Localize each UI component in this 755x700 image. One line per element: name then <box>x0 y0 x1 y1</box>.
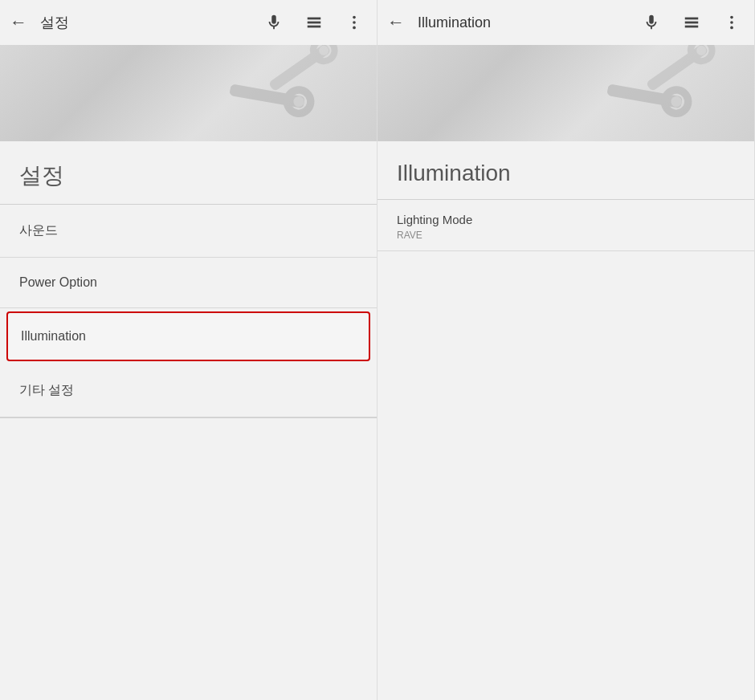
svg-point-4 <box>353 21 356 24</box>
left-topbar-icons <box>261 10 367 35</box>
left-topbar-left: ← 설정 <box>10 12 261 33</box>
menu-item-power[interactable]: Power Option <box>0 258 377 308</box>
detail-item-value: RAVE <box>397 230 735 241</box>
left-back-button[interactable]: ← <box>10 12 27 33</box>
svg-rect-13 <box>685 18 699 20</box>
svg-rect-15 <box>685 26 699 28</box>
svg-rect-2 <box>308 26 321 28</box>
right-section-title: Illumination <box>378 141 754 199</box>
detail-item-label: Lighting Mode <box>397 213 735 226</box>
svg-point-3 <box>353 16 356 19</box>
svg-rect-0 <box>308 18 321 20</box>
right-back-button[interactable]: ← <box>387 12 405 33</box>
menu-item-sound[interactable]: 사운드 <box>0 205 377 258</box>
right-more-button[interactable] <box>719 10 745 35</box>
menu-item-illumination[interactable]: Illumination <box>6 311 370 361</box>
left-topbar: ← 설정 <box>0 0 377 45</box>
left-more-button[interactable] <box>341 10 367 35</box>
detail-item-lighting-mode[interactable]: Lighting Mode RAVE <box>378 200 754 251</box>
right-content: Illumination Lighting Mode RAVE <box>378 141 754 700</box>
left-header-image <box>0 45 377 141</box>
left-section-title: 설정 <box>0 141 377 204</box>
svg-point-17 <box>730 21 733 24</box>
svg-point-18 <box>730 26 733 30</box>
right-panel: ← Illumination <box>378 0 755 700</box>
svg-point-5 <box>353 26 356 30</box>
left-menu-button[interactable] <box>301 10 327 35</box>
right-topbar-icons <box>639 10 745 35</box>
right-mic-button[interactable] <box>639 10 664 35</box>
left-content: 설정 사운드 Power Option Illumination 기타 설정 <box>0 141 377 700</box>
svg-point-16 <box>730 16 733 19</box>
svg-rect-14 <box>685 22 699 24</box>
right-topbar-left: ← Illumination <box>387 12 639 33</box>
svg-rect-1 <box>308 22 321 24</box>
left-mic-button[interactable] <box>261 10 287 35</box>
left-topbar-title: 설정 <box>40 13 69 32</box>
right-header-image <box>378 45 754 141</box>
right-topbar: ← Illumination <box>378 0 754 45</box>
left-divider-bottom <box>0 417 377 418</box>
menu-item-other[interactable]: 기타 설정 <box>0 364 377 417</box>
right-topbar-title: Illumination <box>418 14 491 31</box>
left-panel: ← 설정 <box>0 0 378 700</box>
right-menu-button[interactable] <box>679 10 704 35</box>
